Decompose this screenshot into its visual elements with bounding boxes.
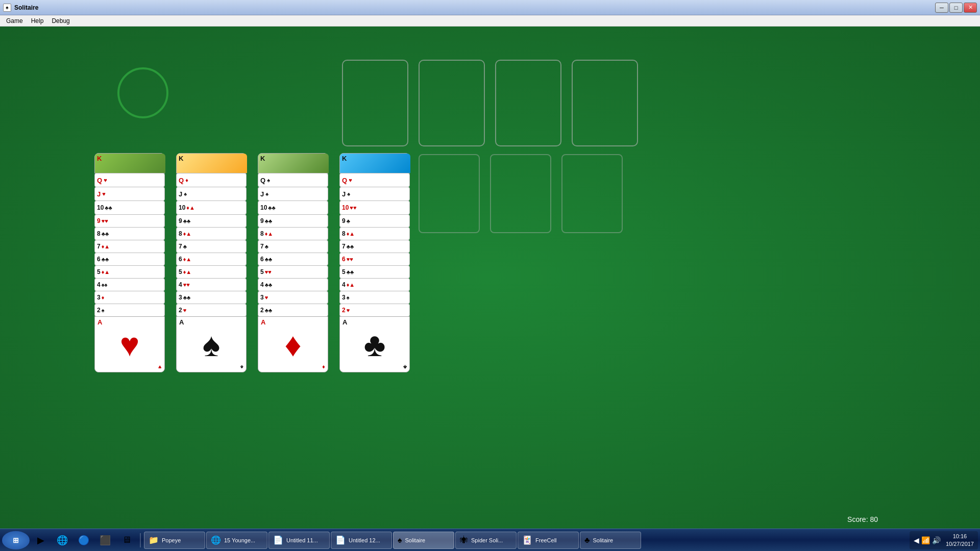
taskbar-icon-app3[interactable]: 🔵 bbox=[74, 531, 94, 549]
taskbar-app-untitled12[interactable]: 📄 Untitled 12... bbox=[331, 532, 392, 549]
extra-slot-3[interactable] bbox=[561, 154, 623, 233]
foundation-slot-2[interactable] bbox=[419, 60, 485, 146]
foundation-slot-1[interactable] bbox=[342, 60, 408, 146]
score-value: 80 bbox=[870, 515, 878, 523]
title-bar-text: Solitaire bbox=[14, 4, 38, 11]
taskbar-icon-network[interactable]: 🌐 bbox=[52, 531, 72, 549]
app-icon: ♠ bbox=[3, 4, 11, 12]
taskbar-icon-terminal[interactable]: ⬛ bbox=[95, 531, 115, 549]
extra-slot-1[interactable] bbox=[419, 154, 480, 233]
card-column-4[interactable]: K Q ♥ J ♠ 10 ♥♥ 9 ♣ 8 ♦▲ bbox=[339, 153, 411, 372]
window-controls: ─ □ ✕ bbox=[935, 3, 977, 13]
system-tray: ◀ 📶 🔊 10:16 10/27/2017 bbox=[910, 531, 978, 549]
extra-slot-2[interactable] bbox=[490, 154, 551, 233]
close-button[interactable]: ✕ bbox=[964, 3, 977, 13]
minimize-button[interactable]: ─ bbox=[935, 3, 948, 13]
score-label: Score: bbox=[847, 515, 868, 523]
title-bar: ♠ Solitaire ─ □ ✕ bbox=[0, 0, 980, 15]
menu-game[interactable]: Game bbox=[2, 16, 27, 26]
menu-bar: Game Help Debug bbox=[0, 15, 980, 27]
foundation-slots bbox=[342, 60, 638, 146]
columns-area: K Q ♥ J ♥ 10 ♣♣ 9 ♥♥ bbox=[94, 153, 411, 372]
stock-pile[interactable] bbox=[117, 67, 168, 118]
extra-slots bbox=[419, 154, 623, 233]
score-display: Score: 80 bbox=[847, 515, 878, 523]
maximize-button[interactable]: □ bbox=[949, 3, 963, 13]
menu-help[interactable]: Help bbox=[27, 16, 48, 26]
clock-time: 10:16 bbox=[946, 533, 974, 540]
taskbar-app-popeye[interactable]: 📁 Popeye bbox=[144, 532, 205, 549]
taskbar-app-untitled11[interactable]: 📄 Untitled 11... bbox=[268, 532, 330, 549]
card-column-1[interactable]: K Q ♥ J ♥ 10 ♣♣ 9 ♥♥ bbox=[94, 153, 166, 372]
foundation-slot-4[interactable] bbox=[572, 60, 638, 146]
taskbar-app-solitaire2[interactable]: ♣ Solitaire bbox=[580, 532, 641, 549]
start-button[interactable]: ⊞ bbox=[2, 531, 30, 549]
tray-icon-arrow[interactable]: ◀ bbox=[914, 536, 919, 544]
tray-icon-volume[interactable]: 🔊 bbox=[932, 536, 941, 544]
taskbar-app-solitaire1[interactable]: ♠ Solitaire bbox=[393, 532, 454, 549]
taskbar-app-spider[interactable]: 🕷 Spider Soli... bbox=[455, 532, 517, 549]
card-column-2[interactable]: K Q ♦ J ♠ 10 ♦▲ 9 ♣♣ 8 ♦▲ bbox=[176, 153, 248, 372]
system-clock[interactable]: 10:16 10/27/2017 bbox=[943, 533, 974, 547]
menu-debug[interactable]: Debug bbox=[47, 16, 74, 26]
taskbar: ⊞ ▶ 🌐 🔵 ⬛ 🖥 📁 Popeye 🌐 15 Younge... 📄 Un… bbox=[0, 529, 980, 551]
taskbar-icon-monitor[interactable]: 🖥 bbox=[116, 531, 137, 549]
tray-icon-network2[interactable]: 📶 bbox=[921, 536, 930, 544]
card-column-3[interactable]: K Q ♠ J ♠ 10 ♣♣ 9 ♣♣ 8 ♦▲ bbox=[258, 153, 329, 372]
taskbar-app-15younge[interactable]: 🌐 15 Younge... bbox=[206, 532, 267, 549]
clock-date: 10/27/2017 bbox=[946, 540, 974, 547]
taskbar-app-freecell[interactable]: 🃏 FreeCell bbox=[518, 532, 579, 549]
taskbar-icon-media[interactable]: ▶ bbox=[31, 531, 51, 549]
foundation-slot-3[interactable] bbox=[495, 60, 561, 146]
game-area: K Q ♥ J ♥ 10 ♣♣ 9 ♥♥ bbox=[0, 27, 980, 529]
